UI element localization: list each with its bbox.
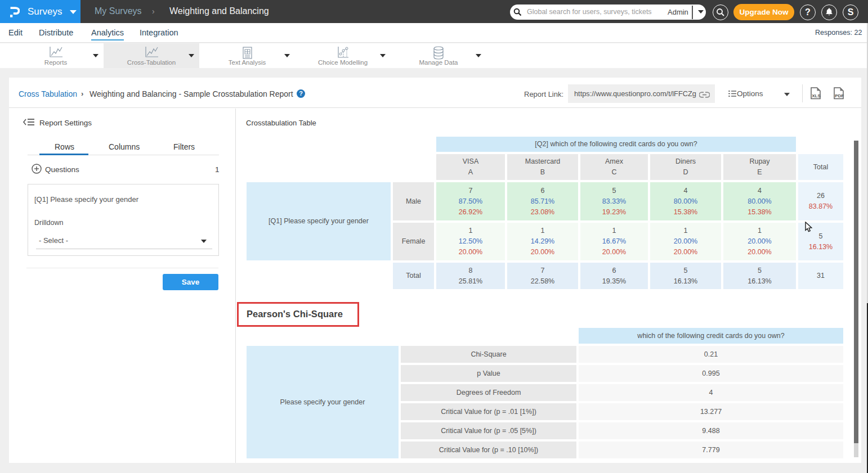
svg-text:PDF: PDF — [835, 93, 844, 98]
svg-text:XLS: XLS — [812, 93, 821, 98]
